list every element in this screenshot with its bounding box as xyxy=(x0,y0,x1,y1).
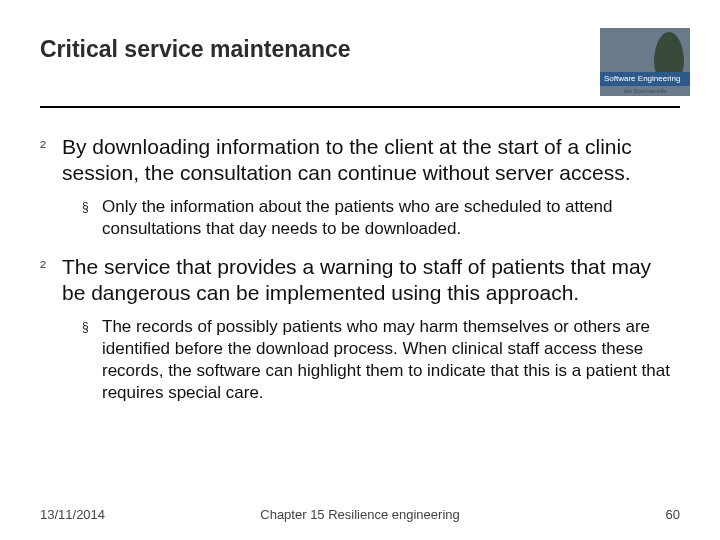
bullet-level2: § The records of possibly patients who m… xyxy=(82,316,680,404)
subbullet-text: The records of possibly patients who may… xyxy=(102,316,680,404)
bullet-level1: ² The service that provides a warning to… xyxy=(40,254,680,306)
title-row: Critical service maintenance Software En… xyxy=(40,28,680,96)
bullet-text: The service that provides a warning to s… xyxy=(62,254,680,306)
bullet-level2: § Only the information about the patient… xyxy=(82,196,680,240)
subbullet-text: Only the information about the patients … xyxy=(102,196,680,240)
slide: Critical service maintenance Software En… xyxy=(0,0,720,540)
footer-chapter: Chapter 15 Resilience engineering xyxy=(40,507,680,522)
bullet-text: By downloading information to the client… xyxy=(62,134,680,186)
logo-author: Ian Sommerville xyxy=(600,86,690,96)
logo-band: Software Engineering xyxy=(600,72,690,86)
diamond-bullet-icon: ² xyxy=(40,134,62,186)
square-bullet-icon: § xyxy=(82,196,102,240)
slide-title: Critical service maintenance xyxy=(40,28,351,63)
diamond-bullet-icon: ² xyxy=(40,254,62,306)
footer: 13/11/2014 Chapter 15 Resilience enginee… xyxy=(40,507,680,522)
bullet-level1: ² By downloading information to the clie… xyxy=(40,134,680,186)
square-bullet-icon: § xyxy=(82,316,102,404)
content-area: ² By downloading information to the clie… xyxy=(40,108,680,404)
book-logo: Software Engineering Ian Sommerville xyxy=(600,28,690,96)
